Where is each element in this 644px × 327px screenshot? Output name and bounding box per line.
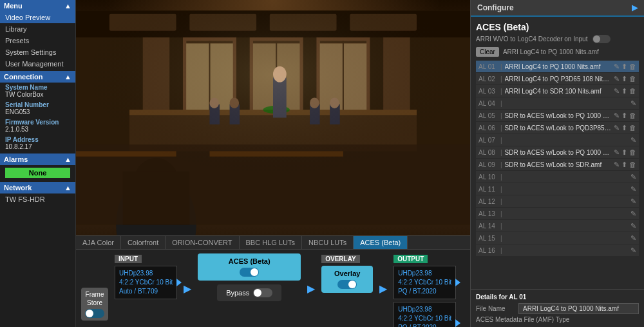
lut-name: SDR to ACES w/Look to PQD3P85 10i [505,124,611,132]
video-preview [76,0,470,235]
connection-label: Connection [4,73,43,81]
lut-row[interactable]: AL 13|✎ [476,208,639,219]
sidebar-item-presets[interactable]: Presets [0,35,75,46]
edit-icon[interactable]: ✎ [614,75,620,83]
output1-line2: 4:2:2 YCbCr 10 Bit [398,278,451,287]
edit-icon[interactable]: ✎ [614,161,620,169]
lut-divider: | [500,210,502,217]
lut-name: ARRI LogC4 to PQ 1000 Nits.amf [505,63,611,70]
lut-row[interactable]: AL 16|✎ [476,244,639,256]
edit-icon[interactable]: ✎ [614,148,620,157]
edit-icon[interactable]: ✎ [630,197,636,206]
details-section: Details for AL 01 File Name ARRI LogC4 t… [471,289,644,327]
edit-icon[interactable]: ✎ [630,210,636,218]
lut-row[interactable]: AL 07|✎ [476,134,639,146]
clear-button[interactable]: Clear [476,47,499,57]
process-toggle[interactable] [240,268,259,277]
lut-row[interactable]: AL 09|SDR to ACES w/Look to SDR.amf✎⬆🗑 [476,159,639,170]
upload-icon[interactable]: ⬆ [621,112,627,120]
edit-icon[interactable]: ✎ [630,136,636,144]
lut-row[interactable]: AL 02|ARRI LogC4 to PQ P3D65 108 Nits.an… [476,73,639,84]
upload-icon[interactable]: ⬆ [621,63,627,71]
tab-nbcu-luts[interactable]: NBCU LUTs [302,236,354,249]
lut-divider: | [500,63,502,70]
sidebar-item-library[interactable]: Library [0,23,75,35]
alarms-header[interactable]: Alarms ▲ [0,154,75,165]
controls-area: Frame Store INPUT UHDp23.98 4:2:2 YCbCr … [76,250,470,327]
serial-value: ENG053 [0,108,75,117]
sidebar-item-video-preview[interactable]: Video Preview [0,12,75,23]
overlay-label: OVERLAY [321,255,359,263]
bypass-toggle-knob [254,289,261,297]
edit-icon[interactable]: ✎ [630,246,636,255]
menu-header[interactable]: Menu ▲ [0,0,75,12]
network-header[interactable]: Network ▲ [0,182,75,193]
tab-colorfront[interactable]: Colorfront [121,236,166,249]
lut-number: AL 12 [478,198,498,205]
lut-row[interactable]: AL 12|✎ [476,195,639,207]
delete-icon[interactable]: 🗑 [629,148,636,156]
lut-action-icons: ✎ [630,173,636,181]
lut-row[interactable]: AL 01|ARRI LogC4 to PQ 1000 Nits.amf✎⬆🗑 [476,61,639,72]
delete-icon[interactable]: 🗑 [629,161,636,168]
lut-action-icons: ✎ [630,185,636,193]
upload-icon[interactable]: ⬆ [621,161,627,169]
output1-line1: UHDp23.98 [398,269,451,278]
lut-action-icons: ✎ [630,222,636,230]
lut-row[interactable]: AL 06|SDR to ACES w/Look to PQD3P85 10i✎… [476,122,639,134]
lut-action-icons: ✎⬆🗑 [614,148,636,157]
delete-icon[interactable]: 🗑 [629,63,636,70]
lut-row[interactable]: AL 15|✎ [476,232,639,244]
lut-row[interactable]: AL 03|ARRI LogC4 to SDR 100 Nits.amf✎⬆🗑 [476,85,639,97]
edit-icon[interactable]: ✎ [630,234,636,243]
output2-line2: 4:2:2 YCbCr 10 Bit [398,314,451,323]
tab-aces-beta[interactable]: ACES (Beta) [354,236,408,249]
system-name-value: TW ColorBox [0,91,75,100]
upload-icon[interactable]: ⬆ [621,124,627,132]
upload-icon[interactable]: ⬆ [621,87,627,95]
arrow-process-to-overlay: ▶ [307,282,315,295]
overlay-toggle-knob [348,281,356,288]
overlay-toggle[interactable] [337,280,357,289]
lut-number: AL 08 [478,149,498,156]
input-line3: Auto / BT.709 [119,287,173,296]
tab-bbc-hlg-luts[interactable]: BBC HLG LUTs [240,236,302,249]
sidebar-item-system-settings[interactable]: System Settings [0,46,75,58]
delete-icon[interactable]: 🗑 [629,75,636,83]
lut-action-icons: ✎⬆🗑 [614,112,636,120]
lut-row[interactable]: AL 14|✎ [476,220,639,232]
tab-aja-color[interactable]: AJA Color [76,236,121,249]
edit-icon[interactable]: ✎ [630,185,636,193]
input-signal: UHDp23.98 4:2:2 YCbCr 10 Bit Auto / BT.7… [115,266,177,299]
edit-icon[interactable]: ✎ [614,112,620,120]
delete-icon[interactable]: 🗑 [629,87,636,95]
lut-row[interactable]: AL 11|✎ [476,183,639,195]
edit-icon[interactable]: ✎ [630,222,636,230]
frame-store-toggle[interactable] [85,309,104,318]
edit-icon[interactable]: ✎ [630,173,636,181]
lut-number: AL 03 [478,88,498,95]
wvo-toggle[interactable] [592,35,611,43]
delete-icon[interactable]: 🗑 [629,112,636,119]
edit-icon[interactable]: ✎ [614,63,620,71]
edit-icon[interactable]: ✎ [614,124,620,132]
edit-icon[interactable]: ✎ [630,99,636,108]
lut-number: AL 09 [478,161,498,168]
bypass-toggle[interactable] [253,288,272,297]
edit-icon[interactable]: ✎ [614,87,620,95]
configure-arrow-icon: ▶ [632,3,638,12]
process-title: ACES (Beta) [229,257,270,265]
lut-row[interactable]: AL 08|SDR to ACES w/Look to PQ 1000 Nits… [476,146,639,158]
tab-orion-convert[interactable]: ORION-CONVERT [166,236,239,249]
lut-row[interactable]: AL 04|✎ [476,97,639,109]
lut-action-icons: ✎ [630,136,636,144]
lut-row[interactable]: AL 10|✎ [476,171,639,183]
connection-header[interactable]: Connection ▲ [0,71,75,83]
delete-icon[interactable]: 🗑 [629,124,636,132]
sidebar-item-user-management[interactable]: User Management [0,58,75,70]
upload-icon[interactable]: ⬆ [621,148,627,157]
lut-row[interactable]: AL 05|SDR to ACES w/Look to PQ 1000 Nits… [476,110,639,121]
upload-icon[interactable]: ⬆ [621,75,627,83]
configure-tab[interactable]: Configure ▶ [471,0,644,17]
network-arrow-icon: ▲ [64,184,71,192]
